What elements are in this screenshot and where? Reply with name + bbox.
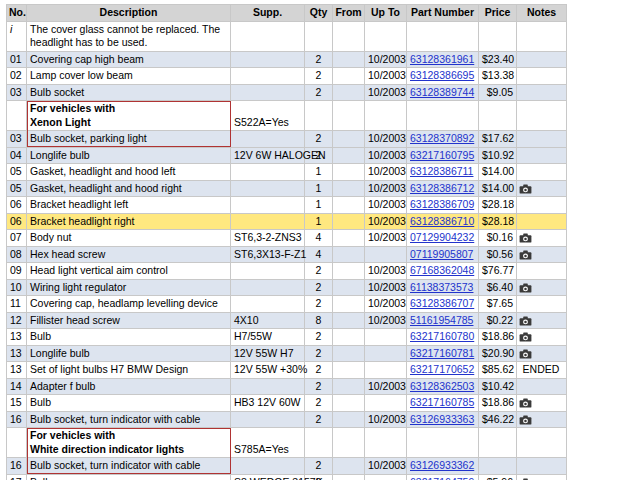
part-number-link[interactable]: 63217160795 [410, 149, 474, 161]
part-number: 51161954785 [407, 312, 479, 329]
camera-icon[interactable] [519, 349, 532, 359]
part-number: 63128386707 [407, 296, 479, 313]
quantity: 2 [305, 329, 333, 346]
item-number: 13 [7, 345, 27, 362]
camera-icon[interactable] [519, 233, 532, 243]
quantity [305, 428, 333, 458]
camera-icon[interactable] [519, 250, 532, 260]
item-number: i [7, 21, 27, 51]
up-to-date [365, 474, 407, 480]
camera-icon[interactable] [519, 184, 532, 194]
part-row: 11Covering cap, headlamp levelling devic… [7, 296, 567, 313]
part-number-link[interactable]: 63217170652 [410, 363, 474, 375]
part-number-link[interactable]: 63217160781 [410, 347, 474, 359]
part-number-link[interactable]: 67168362048 [410, 264, 474, 276]
price [479, 428, 517, 458]
up-to-date: 10/2003 [365, 230, 407, 247]
item-number: 16 [7, 411, 27, 428]
price: $7.65 [479, 296, 517, 313]
camera-icon[interactable] [519, 316, 532, 326]
camera-icon[interactable] [519, 332, 532, 342]
part-number: 63126933362 [407, 458, 479, 475]
notes [517, 395, 567, 412]
part-number: 07129904232 [407, 230, 479, 247]
description: Fillister head screw [27, 312, 231, 329]
part-number-link[interactable]: 63126933363 [410, 413, 474, 425]
notes [517, 21, 567, 51]
quantity: 2 [305, 131, 333, 148]
quantity: 4 [305, 246, 333, 263]
camera-icon[interactable] [519, 283, 532, 293]
description: Wiring light regulator [27, 279, 231, 296]
supplement: H7/55W [231, 329, 305, 346]
part-number-link[interactable]: 63128362503 [410, 380, 474, 392]
item-number: 07 [7, 230, 27, 247]
up-to-date [365, 101, 407, 131]
part-number-link[interactable]: 63128386710 [410, 215, 474, 227]
price: $18.86 [479, 395, 517, 412]
description: Bulb socket [27, 84, 231, 101]
part-number-link[interactable]: 63128386707 [410, 297, 474, 309]
part-row: 17BulbS8 WEDGE 3157K263217164759$5.96 [7, 474, 567, 480]
price: $10.42 [479, 378, 517, 395]
supplement [231, 411, 305, 428]
part-number: 63217160795 [407, 147, 479, 164]
up-to-date [365, 428, 407, 458]
part-number: 63128386712 [407, 180, 479, 197]
parts-table: No.DescriptionSupp.QtyFromUp ToPart Numb… [6, 4, 567, 480]
part-number-link[interactable]: 63128386709 [410, 198, 474, 210]
item-number: 16 [7, 458, 27, 475]
item-number: 09 [7, 263, 27, 280]
description: Covering cap, headlamp levelling device [27, 296, 231, 313]
part-row: 08Hex head screwST6,3X13-F-Z140711990580… [7, 246, 567, 263]
description: Hex head screw [27, 246, 231, 263]
from-date [333, 296, 365, 313]
part-number-link[interactable]: 07119905807 [410, 248, 473, 260]
part-number-link[interactable]: 63128370892 [410, 132, 474, 144]
part-number-link[interactable]: 63128386712 [410, 182, 474, 194]
notes: ENDED [517, 362, 567, 379]
part-number-link[interactable]: 63217164759 [410, 476, 474, 480]
part-number-link[interactable]: 63128389744 [410, 86, 474, 98]
item-number: 04 [7, 147, 27, 164]
notes [517, 329, 567, 346]
description: Gasket, headlight and hood right [27, 180, 231, 197]
item-number: 05 [7, 164, 27, 181]
up-to-date: 10/2003 [365, 131, 407, 148]
from-date [333, 329, 365, 346]
notes [517, 230, 567, 247]
part-number-link[interactable]: 63128361961 [410, 53, 474, 65]
notes [517, 428, 567, 458]
part-row: 12Fillister head screw4X10810/2003511619… [7, 312, 567, 329]
header-row: No.DescriptionSupp.QtyFromUp ToPart Numb… [7, 5, 567, 22]
description: Bracket headlight left [27, 197, 231, 214]
up-to-date: 10/2003 [365, 197, 407, 214]
part-number-link[interactable]: 63128386695 [410, 69, 474, 81]
description: Adapter f bulb [27, 378, 231, 395]
item-number: 11 [7, 296, 27, 313]
quantity: 2 [305, 345, 333, 362]
part-number-link[interactable]: 07129904232 [410, 231, 474, 243]
part-number-link[interactable]: 63126933362 [410, 459, 474, 471]
part-number-link[interactable]: 51161954785 [410, 314, 473, 326]
part-number-link[interactable]: 63217160785 [410, 396, 474, 408]
option-group-row: For vehicles withWhite direction indicat… [7, 428, 567, 458]
price: $28.18 [479, 213, 517, 230]
part-number-link[interactable]: 61138373573 [410, 281, 473, 293]
up-to-date [365, 395, 407, 412]
part-number-link[interactable]: 63217160780 [410, 330, 474, 342]
price: $23.40 [479, 51, 517, 68]
description: Head light vertical aim control [27, 263, 231, 280]
price: $14.00 [479, 164, 517, 181]
notes [517, 246, 567, 263]
item-number: 10 [7, 279, 27, 296]
part-row: 09Head light vertical aim control210/200… [7, 263, 567, 280]
camera-icon[interactable] [519, 415, 532, 425]
part-number-link[interactable]: 63128386711 [410, 165, 473, 177]
column-header-desc: Description [27, 5, 231, 22]
camera-icon[interactable] [519, 398, 532, 408]
part-number: 63128389744 [407, 84, 479, 101]
supplement: S522A=Yes [231, 101, 305, 131]
notes [517, 101, 567, 131]
supplement: ST6,3X13-F-Z1 [231, 246, 305, 263]
